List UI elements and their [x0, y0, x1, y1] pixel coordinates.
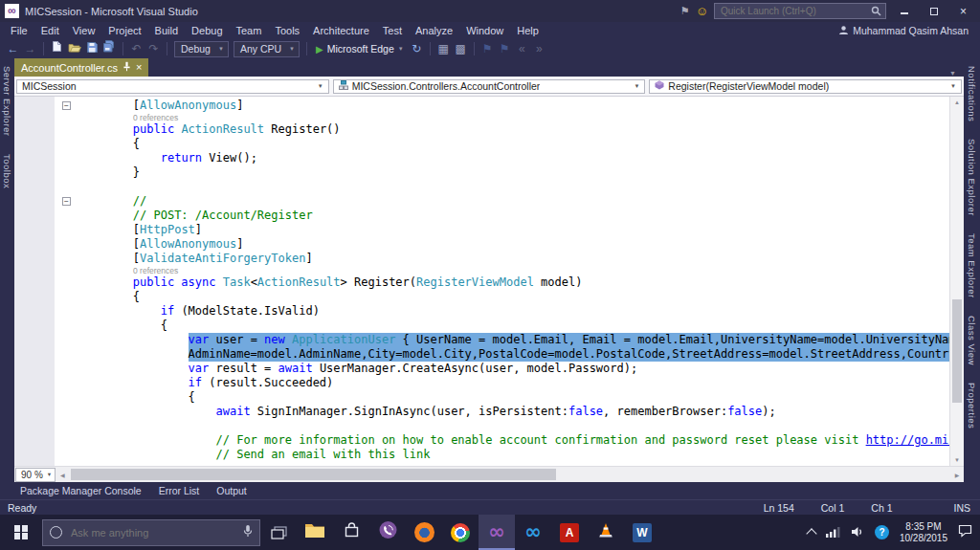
horizontal-scrollbar-thumb[interactable] — [71, 469, 555, 480]
collapse-region-icon[interactable]: − — [62, 197, 71, 206]
undo-icon[interactable]: ↶ — [130, 40, 143, 57]
code-line[interactable]: [AllowAnonymous] — [14, 237, 949, 252]
navigate-forward-icon[interactable]: → — [24, 40, 36, 57]
code-line[interactable]: await SignInManager.SignInAsync(user, is… — [14, 405, 949, 419]
menu-item[interactable]: Help — [510, 25, 546, 36]
chevron-down-icon[interactable]: ▼ — [942, 70, 964, 77]
menu-item[interactable]: Team — [230, 25, 269, 36]
code-line[interactable]: return View(); — [14, 151, 949, 165]
help-icon[interactable]: ? — [875, 525, 889, 539]
scroll-left-icon[interactable]: ◀ — [56, 472, 69, 478]
taskbar-app-vlc[interactable] — [588, 515, 624, 550]
dock-tab[interactable]: Notifications — [967, 66, 977, 121]
chevron-left-icon[interactable]: « — [516, 40, 528, 57]
action-center-icon[interactable] — [958, 524, 972, 541]
code-line[interactable]: public ActionResult Register() — [14, 122, 949, 137]
menu-item[interactable]: Build — [148, 25, 185, 36]
menu-item[interactable]: Test — [376, 25, 409, 36]
panel-tab[interactable]: Package Manager Console — [11, 485, 150, 496]
scroll-down-icon[interactable]: ▼ — [950, 454, 964, 466]
quick-launch-box[interactable] — [714, 3, 886, 19]
taskbar-app-chrome[interactable] — [442, 515, 479, 550]
taskbar-search-input[interactable] — [69, 526, 236, 539]
taskbar-app-vscode[interactable]: ∞ — [515, 515, 551, 550]
type-dropdown[interactable]: MICSession.Controllers.AccountController… — [333, 79, 646, 94]
project-dropdown[interactable]: MICSession ▼ — [16, 79, 329, 94]
redo-icon[interactable]: ↷ — [147, 40, 160, 57]
vertical-scrollbar-thumb[interactable] — [952, 299, 962, 403]
taskbar-app-acrobat[interactable]: A — [551, 515, 588, 550]
new-file-icon[interactable] — [51, 40, 63, 57]
taskbar-app-viber[interactable] — [369, 515, 406, 550]
code-line[interactable]: if (ModelState.IsValid) — [14, 304, 949, 319]
open-file-icon[interactable] — [68, 40, 81, 57]
save-icon[interactable] — [86, 40, 99, 57]
code-line[interactable] — [14, 180, 949, 194]
panel-tab[interactable]: Error List — [150, 485, 209, 496]
code-line[interactable]: public async Task<ActionResult> Register… — [14, 275, 949, 290]
code-line[interactable]: var user = new ApplicationUser { UserNam… — [14, 333, 949, 347]
menu-item[interactable]: File — [4, 25, 34, 36]
code-line[interactable]: { — [14, 390, 949, 405]
menu-item[interactable]: Analyze — [409, 25, 459, 36]
code-line[interactable]: //− — [14, 194, 949, 209]
taskbar-app-store[interactable] — [333, 515, 369, 550]
codelens-references[interactable]: 0 references — [14, 266, 949, 275]
code-line[interactable]: [HttpPost] — [14, 223, 949, 237]
panel-tab[interactable]: Output — [208, 485, 256, 496]
tray-expand-icon[interactable] — [806, 528, 816, 539]
code-line[interactable]: [AllowAnonymous]− — [14, 99, 949, 113]
code-line[interactable]: // Send an email with this link — [14, 448, 949, 462]
code-line[interactable]: } — [14, 165, 949, 180]
taskbar-app-word[interactable]: W — [624, 515, 660, 550]
taskbar-clock[interactable]: 8:35 PM 10/28/2015 — [900, 521, 947, 544]
maximize-button[interactable] — [922, 3, 946, 19]
pin-icon[interactable] — [122, 61, 131, 74]
menu-item[interactable]: Project — [101, 25, 147, 36]
taskbar-app-file-explorer[interactable] — [297, 515, 333, 550]
scroll-up-icon[interactable]: ▲ — [950, 97, 964, 108]
taskbar-app-visual-studio[interactable]: ∞ — [479, 515, 515, 550]
close-icon[interactable]: × — [136, 62, 142, 73]
speaker-icon[interactable] — [851, 524, 864, 541]
taskbar-app-firefox[interactable] — [406, 515, 442, 550]
signed-in-user[interactable]: Muhammad Qasim Ahsan — [853, 25, 969, 36]
navigate-back-icon[interactable]: ← — [7, 40, 19, 57]
codelens-references[interactable]: 0 references — [14, 113, 949, 122]
selected-text[interactable]: var user = new ApplicationUser { UserNam… — [189, 333, 949, 347]
code-line[interactable] — [14, 419, 949, 433]
chevron-right-icon[interactable]: » — [533, 40, 546, 57]
document-tab-active[interactable]: AccountController.cs × — [14, 58, 148, 77]
dock-tab[interactable]: Solution Explorer — [967, 139, 977, 216]
menu-item[interactable]: Edit — [34, 25, 66, 36]
network-icon[interactable] — [826, 524, 840, 541]
solution-platform-combo[interactable]: Any CPU ▼ — [234, 41, 300, 57]
code-line[interactable]: var result = await UserManager.CreateAsy… — [14, 362, 949, 376]
menu-item[interactable]: View — [66, 25, 102, 36]
menu-item[interactable]: Architecture — [306, 25, 376, 36]
dock-tab[interactable]: Server Explorer — [2, 66, 12, 137]
code-line[interactable]: // For more information on how to enable… — [14, 433, 949, 448]
code-line[interactable]: // POST: /Account/Register — [14, 209, 949, 223]
code-area[interactable]: [AllowAnonymous]−0 references public Act… — [14, 97, 949, 466]
menu-item[interactable]: Window — [459, 25, 510, 36]
solution-configuration-combo[interactable]: Debug ▼ — [174, 41, 229, 57]
feedback-flag-icon[interactable]: ⚑ — [680, 5, 690, 17]
dock-tab[interactable]: Properties — [967, 383, 977, 429]
horizontal-scrollbar[interactable] — [69, 467, 950, 482]
dock-tab[interactable]: Class View — [967, 316, 977, 365]
code-line[interactable]: { — [14, 290, 949, 304]
minimize-button[interactable] — [892, 3, 916, 19]
vertical-scrollbar[interactable]: ▲ ▼ — [949, 97, 964, 466]
code-line[interactable]: if (result.Succeeded) — [14, 376, 949, 390]
start-debugging-button[interactable]: ▶ Microsoft Edge ▼ — [314, 43, 406, 55]
code-line[interactable]: AdminName=model.AdminName,City=model.Cit… — [14, 347, 949, 362]
microphone-icon[interactable] — [243, 524, 253, 541]
scroll-right-icon[interactable]: ▶ — [950, 472, 964, 478]
selected-text[interactable]: AdminName=model.AdminName,City=model.Cit… — [189, 347, 949, 362]
code-line[interactable]: { — [14, 319, 949, 333]
quick-launch-input[interactable] — [719, 5, 868, 17]
build-icon[interactable]: ▦ — [437, 40, 450, 57]
bookmark-next-icon[interactable]: ⚑ — [499, 40, 511, 57]
start-button[interactable] — [0, 515, 42, 550]
